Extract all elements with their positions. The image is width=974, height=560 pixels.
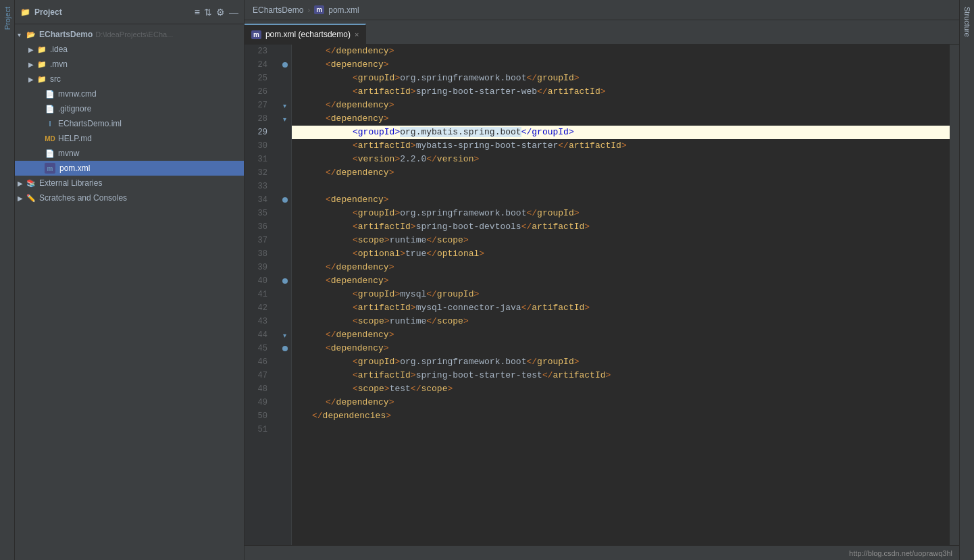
code-line-49: </dependency> xyxy=(292,396,950,409)
scratches-icon: ✏️ xyxy=(26,193,36,203)
settings-icon[interactable]: ⚙ xyxy=(216,7,225,18)
mvnw-icon: 📄 xyxy=(45,148,55,159)
code-line-39: </dependency> xyxy=(292,261,950,274)
code-line-25: <groupId>org.springframework.boot</group… xyxy=(292,72,950,85)
tree-item-iml[interactable]: I EChartsDemo.iml xyxy=(15,116,244,131)
tree-item-help[interactable]: MD HELP.md xyxy=(15,131,244,146)
code-line-44: </dependency> xyxy=(292,328,950,342)
gutter-23 xyxy=(278,45,291,58)
tree-item-mvnw[interactable]: 📄 mvnw xyxy=(15,146,244,161)
code-line-33 xyxy=(292,180,950,193)
tree-item-gitignore[interactable]: 📄 .gitignore xyxy=(15,101,244,116)
tab-close-icon[interactable]: × xyxy=(355,30,359,39)
gutter-29 xyxy=(278,126,291,139)
tree-root[interactable]: ▾ 📂 EChartsDemo D:\IdeaProjects\ECha... xyxy=(15,27,244,42)
project-tab[interactable]: Project xyxy=(1,0,14,36)
line-42: 42 xyxy=(245,301,273,315)
code-line-47: <artifactId>spring-boot-starter-test</ar… xyxy=(292,369,950,382)
gutter-48 xyxy=(278,382,291,396)
status-url: http://blog.csdn.net/uoprawq3hl xyxy=(849,549,952,557)
tree-item-pom[interactable]: m pom.xml xyxy=(15,161,244,176)
tree-item-scratches[interactable]: ▶ ✏️ Scratches and Consoles xyxy=(15,190,244,205)
gutter-33 xyxy=(278,180,291,193)
gutter-51 xyxy=(278,423,291,436)
editor-area: EChartsDemo › m pom.xml m pom.xml (echar… xyxy=(245,0,959,560)
iml-icon: I xyxy=(45,118,55,129)
code-line-41: <groupId>mysql</groupId> xyxy=(292,288,950,301)
tree-item-idea[interactable]: ▶ 📁 .idea xyxy=(15,42,244,57)
status-bar: http://blog.csdn.net/uoprawq3hl xyxy=(245,545,959,560)
line-38: 38 xyxy=(245,247,273,261)
tree-item-mvn[interactable]: ▶ 📁 .mvn xyxy=(15,57,244,72)
right-scrollbar[interactable] xyxy=(950,45,959,545)
scratches-arrow: ▶ xyxy=(18,195,26,202)
line-26: 26 xyxy=(245,85,273,99)
tree-item-ext-lib[interactable]: ▶ 📚 External Libraries xyxy=(15,176,244,190)
gutter-40 xyxy=(278,274,291,288)
editor-content: 23 24 25 26 27 28 29 30 31 32 33 34 35 3… xyxy=(245,45,959,545)
gutter-27: ▾ xyxy=(278,99,291,112)
gutter-35 xyxy=(278,207,291,220)
ext-lib-arrow: ▶ xyxy=(18,180,26,187)
code-line-34: <dependency> xyxy=(292,193,950,207)
root-folder-icon: 📂 xyxy=(26,29,36,40)
mvn-arrow: ▶ xyxy=(28,61,36,68)
gutter-36 xyxy=(278,220,291,234)
gitignore-label: .gitignore xyxy=(58,104,91,113)
src-arrow: ▶ xyxy=(28,76,36,83)
mvnw-cmd-label: mvnw.cmd xyxy=(58,89,97,99)
code-line-35: <groupId>org.springframework.boot</group… xyxy=(292,207,950,220)
gutter-50 xyxy=(278,409,291,423)
pom-editor-tab[interactable]: m pom.xml (echartsdemo) × xyxy=(245,24,366,44)
line-37: 37 xyxy=(245,234,273,247)
code-line-26: <artifactId>spring-boot-starter-web</art… xyxy=(292,85,950,99)
line-46: 46 xyxy=(245,355,273,369)
tree-item-src[interactable]: ▶ 📁 src xyxy=(15,72,244,86)
gutter-26 xyxy=(278,85,291,99)
code-line-48: <scope>test</scope> xyxy=(292,382,950,396)
line-25: 25 xyxy=(245,72,273,85)
pom-label: pom.xml xyxy=(59,163,90,173)
code-area[interactable]: </dependency> <dependency> <groupId>org.… xyxy=(292,45,950,545)
ext-lib-icon: 📚 xyxy=(26,178,36,188)
code-line-38: <optional>true</optional> xyxy=(292,247,950,261)
line-40: 40 xyxy=(245,274,273,288)
gutter-28: ▾ xyxy=(278,112,291,126)
gutter-44: ▾ xyxy=(278,328,291,342)
panel-header: 📁 Project ≡ ⇅ ⚙ — xyxy=(15,0,244,24)
idea-folder-icon: 📁 xyxy=(36,44,47,55)
tree-item-mvnw-cmd[interactable]: 📄 mvnw.cmd xyxy=(15,86,244,101)
root-label: EChartsDemo xyxy=(39,30,93,39)
gutter-49 xyxy=(278,396,291,409)
line-28: 28 xyxy=(245,112,273,126)
gutter-38 xyxy=(278,247,291,261)
code-line-40: <dependency> xyxy=(292,274,950,288)
mvn-label: .mvn xyxy=(50,59,68,69)
code-line-31: <version>2.2.0</version> xyxy=(292,153,950,166)
root-path: D:\IdeaProjects\ECha... xyxy=(95,30,173,39)
mvn-folder-icon: 📁 xyxy=(36,59,47,70)
tab-file-icon: m xyxy=(251,30,261,39)
code-line-30: <artifactId>mybatis-spring-boot-starter<… xyxy=(292,139,950,153)
line-50: 50 xyxy=(245,409,273,423)
scratches-label: Scratches and Consoles xyxy=(39,193,127,203)
collapse-all-icon[interactable]: ≡ xyxy=(195,7,200,18)
line-31: 31 xyxy=(245,153,273,166)
code-line-24: <dependency> xyxy=(292,58,950,72)
expand-icon[interactable]: ⇅ xyxy=(204,7,212,18)
line-24: 24 xyxy=(245,58,273,72)
line-49: 49 xyxy=(245,396,273,409)
gutter-34 xyxy=(278,193,291,207)
structure-tab[interactable]: Structure xyxy=(961,0,973,44)
src-label: src xyxy=(50,74,61,84)
line-48: 48 xyxy=(245,382,273,396)
code-line-36: <artifactId>spring-boot-devtools</artifa… xyxy=(292,220,950,234)
minimize-icon[interactable]: — xyxy=(229,7,238,18)
editor-tabs: m pom.xml (echartsdemo) × xyxy=(245,20,959,45)
gutter-37 xyxy=(278,234,291,247)
line-30: 30 xyxy=(245,139,273,153)
gutter-39 xyxy=(278,261,291,274)
line-32: 32 xyxy=(245,166,273,180)
gitignore-icon: 📄 xyxy=(45,103,55,114)
gutter-45 xyxy=(278,342,291,355)
